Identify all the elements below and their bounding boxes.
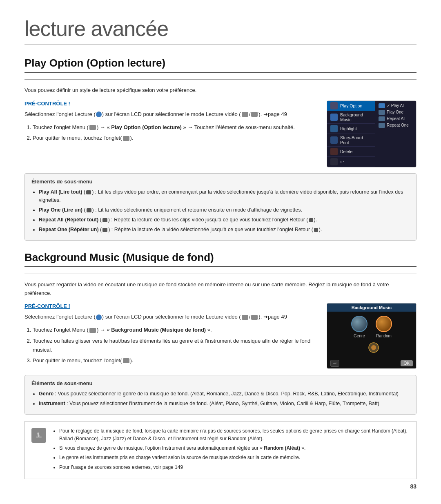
- bgmusic-random-label: Random: [376, 334, 392, 338]
- menu-icon-2: [89, 328, 96, 333]
- menu-item-delete: Delete: [327, 147, 375, 157]
- section1-sous-menu-list: Play All (Lire tout) () : Lit les clips …: [39, 188, 410, 234]
- menu-right-repeat-all: Repeat All: [377, 116, 414, 122]
- section2-content: PRÉ-CONTRÔLE ! Sélectionnez l'onglet Lec…: [24, 303, 416, 369]
- svg-rect-3: [37, 433, 40, 437]
- section-play-option: Play Option (Option lecture) Vous pouvez…: [24, 57, 416, 241]
- menu-right-col: ✓ Play All Play One Repeat All Repe: [375, 101, 416, 167]
- menu-item-highlight: Highlight: [327, 124, 375, 134]
- section-background-music: Background Music (Musique de fond) Vous …: [24, 251, 416, 479]
- menu-item-storyboard: Story-Board Print: [327, 134, 375, 147]
- section2-sous-menu-list: Genre : Vous pouvez sélectionner le genr…: [39, 390, 410, 408]
- sous-menu-item-repeat-all: Repeat All (Répéter tout) () : Répète la…: [39, 216, 410, 224]
- svg-rect-2: [36, 437, 42, 437]
- bgmusic-header-label: Background Music: [327, 303, 416, 312]
- back-icon: [330, 158, 338, 165]
- bgmusic-items: Genre Random: [351, 316, 392, 338]
- play-all-icon: [86, 190, 91, 194]
- step-2-1: Touchez l'onglet Menu () → « Background …: [33, 326, 318, 335]
- section1-text: PRÉ-CONTRÔLE ! Sélectionnez l'onglet Lec…: [24, 100, 318, 147]
- video-icon-3: [242, 315, 248, 320]
- note-item-2: Si vous changez de genre de musique, l'o…: [59, 444, 410, 452]
- note-list: Pour le réglage de la musique de fond, l…: [59, 427, 410, 471]
- play-all-label: ✓ Play All: [387, 103, 405, 108]
- delete-icon: [330, 148, 338, 155]
- menu-outer: Play Option Background Music Highlight S…: [327, 101, 416, 167]
- menu-icon-1: [89, 125, 96, 130]
- play-option-menu-screenshot: Play Option Background Music Highlight S…: [327, 100, 416, 167]
- finger-cursor-icon: [368, 341, 380, 354]
- note-item-1: Pour le réglage de la musique de fond, l…: [59, 427, 410, 443]
- page-number: 83: [410, 483, 416, 490]
- section1-steps: Touchez l'onglet Menu () → « Play Option…: [33, 123, 318, 143]
- page-title: lecture avancée: [24, 16, 416, 45]
- bgmusic-genre-label: Genre: [354, 334, 365, 338]
- section1-pre-controle: PRÉ-CONTRÔLE !: [24, 100, 318, 107]
- video-icon-4: [251, 315, 258, 320]
- section2-sous-menu-title: Éléments de sous-menu: [31, 380, 410, 386]
- play-option-icon: [330, 102, 338, 109]
- bgmusic-random-item: Random: [376, 316, 392, 338]
- section1-heading: Play Option (Option lecture): [24, 57, 416, 73]
- sous-menu-item-play-one: Play One (Lire un) () : Lit la vidéo sél…: [39, 206, 410, 214]
- section2-pre-controle: PRÉ-CONTRÔLE !: [24, 303, 318, 309]
- bgmusic-ok-button[interactable]: OK: [401, 360, 413, 366]
- section1-sous-menu-title: Éléments de sous-menu: [31, 178, 410, 185]
- section2-sous-menu-box: Éléments de sous-menu Genre : Vous pouve…: [24, 375, 416, 415]
- note-item-4: Pour l'usage de sources sonores externes…: [59, 464, 410, 471]
- sous-menu-item-play-all: Play All (Lire tout) () : Lit les clips …: [39, 188, 410, 204]
- pencil-icon: [34, 431, 43, 440]
- highlight-icon: [330, 125, 338, 132]
- menu-right-play-one: Play One: [377, 109, 414, 116]
- return-icon-1: [123, 136, 129, 141]
- video-icon-2: [251, 112, 258, 117]
- bgmusic-body: Genre Random: [327, 312, 416, 358]
- section1-instruction1: Sélectionnez l'onglet Lecture () sur l'é…: [24, 110, 318, 119]
- section1-sous-menu-box: Éléments de sous-menu Play All (Lire tou…: [24, 173, 416, 241]
- section1-content: PRÉ-CONTRÔLE ! Sélectionnez l'onglet Lec…: [24, 100, 416, 167]
- menu-label-highlight: Highlight: [340, 126, 372, 131]
- repeat-one-label: Repeat One: [387, 123, 409, 127]
- video-icon-1: [242, 112, 248, 117]
- menu-left-col: Play Option Background Music Highlight S…: [327, 101, 375, 167]
- menu-label-delete: Delete: [340, 149, 372, 154]
- menu-label-play-option: Play Option: [340, 103, 372, 108]
- play-one-mini-icon: [379, 110, 385, 115]
- sous-menu-item-instrument: Instrument : Vous pouvez sélectionner l'…: [39, 399, 410, 408]
- bgmusic-random-circle: [376, 316, 392, 332]
- section2-description: Vous pouvez regarder la vidéo en écoutan…: [24, 281, 416, 298]
- svg-point-1: [371, 345, 376, 350]
- menu-label-background-music: Background Music: [340, 112, 372, 122]
- bgmusic-back-button[interactable]: ↩: [330, 360, 339, 367]
- bgmusic-footer: ↩ OK: [327, 358, 416, 368]
- menu-right-repeat-one: Repeat One: [377, 122, 414, 129]
- menu-label-back: ↩: [340, 159, 372, 164]
- step-1-1: Touchez l'onglet Menu () → « Play Option…: [33, 123, 318, 132]
- retour-icon-1: [309, 218, 313, 222]
- return-icon-2: [123, 358, 129, 363]
- lecture-icon: [96, 112, 102, 117]
- note-item-3: Le genre et les instruments pris en char…: [59, 454, 410, 462]
- repeat-all-mini-icon: [379, 116, 385, 121]
- bgmusic-finger-hint: [363, 341, 380, 354]
- sous-menu-item-repeat-one: Repeat One (Répéter un) () : Répète la l…: [39, 225, 410, 234]
- section2-steps: Touchez l'onglet Menu () → « Background …: [33, 326, 318, 365]
- background-music-icon: [330, 114, 338, 121]
- bgmusic-genre-item: Genre: [351, 316, 368, 338]
- note-content: Pour le réglage de la musique de fond, l…: [52, 427, 410, 473]
- repeat-all-label: Repeat All: [387, 116, 405, 121]
- menu-item-play-option: Play Option: [327, 101, 375, 111]
- play-one-label: Play One: [387, 110, 403, 114]
- repeat-all-icon: [102, 218, 107, 222]
- play-one-icon: [87, 208, 91, 212]
- bgmusic-genre-circle: [351, 316, 368, 332]
- note-box: Pour le réglage de la musique de fond, l…: [24, 421, 416, 479]
- retour-icon-2: [314, 228, 318, 232]
- note-icon: [31, 428, 46, 443]
- sous-menu-item-genre: Genre : Vous pouvez sélectionner le genr…: [39, 390, 410, 398]
- storyboard-icon: [330, 136, 338, 144]
- repeat-one-icon: [102, 228, 107, 232]
- repeat-one-mini-icon: [379, 123, 385, 128]
- background-music-screenshot: Background Music Genre Random: [327, 303, 416, 369]
- menu-item-back: ↩: [327, 157, 375, 167]
